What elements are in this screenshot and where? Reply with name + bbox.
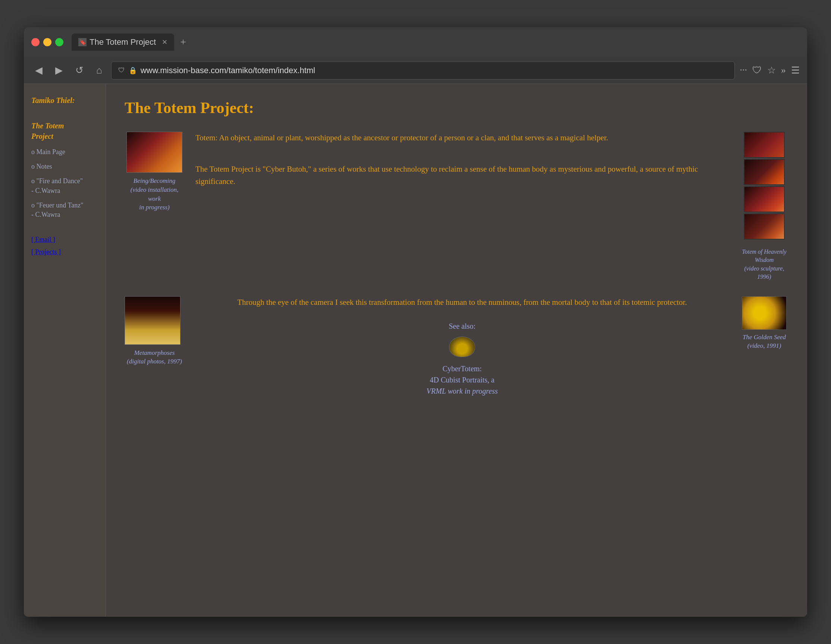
nav-bar: ◀ ▶ ↺ ⌂ 🛡 🔒 www.mission-base.com/tamiko/…: [24, 57, 807, 84]
url-text[interactable]: www.mission-base.com/tamiko/totem/index.…: [141, 66, 315, 75]
nav-extra-icons: ··· 🛡 ☆ » ☰: [740, 65, 800, 76]
metamorphoses-caption: Metamorphoses(digital photos, 1997): [124, 349, 184, 367]
bookmark-icon[interactable]: ☆: [767, 65, 776, 76]
bottom-section: Metamorphoses(digital photos, 1997) Thro…: [124, 296, 788, 397]
sidebar-item-main-page[interactable]: o Main Page: [31, 147, 98, 157]
fire-dance-link[interactable]: o "Fire and Dance" - C.Wawra: [31, 177, 83, 194]
sidebar-section-title: The TotemProject: [31, 121, 98, 142]
totem-frame-2: [744, 159, 785, 185]
sidebar-item-fire-dance[interactable]: o "Fire and Dance" - C.Wawra: [31, 177, 98, 195]
being-becoming-image[interactable]: [126, 132, 182, 173]
tab-close-button[interactable]: ✕: [162, 38, 167, 46]
sidebar-projects-link[interactable]: [ Projects ]: [31, 248, 98, 256]
maximize-button[interactable]: [55, 38, 64, 46]
active-tab[interactable]: 🔖 The Totem Project ✕: [72, 33, 174, 51]
notes-link[interactable]: o Notes: [31, 163, 52, 170]
sidebar-author: Tamiko Thiel:: [31, 95, 98, 105]
lock-icon: 🔒: [129, 66, 137, 75]
golden-seed-caption: The Golden Seed(video, 1991): [743, 333, 786, 351]
cyber-totem-icon[interactable]: [449, 336, 475, 357]
totem-frame-1: [744, 132, 785, 158]
sidebar-item-notes[interactable]: o Notes: [31, 162, 98, 171]
metamorphoses-image[interactable]: [124, 296, 180, 345]
main-page-link[interactable]: o Main Page: [31, 148, 65, 156]
home-button[interactable]: ⌂: [92, 62, 106, 78]
refresh-button[interactable]: ↺: [72, 62, 87, 78]
top-section: Being/Becoming(video installation, worki…: [124, 132, 788, 281]
traffic-lights: [31, 38, 64, 46]
bottom-center-section: Through the eye of the camera I seek thi…: [196, 296, 729, 397]
tab-title: The Totem Project: [89, 37, 156, 47]
totem-frame-4: [744, 214, 785, 239]
see-also-label: See also:: [449, 322, 476, 331]
sidebar: Tamiko Thiel: The TotemProject o Main Pa…: [24, 84, 106, 617]
pocket-icon[interactable]: 🛡: [752, 65, 762, 76]
page-title: The Totem Project:: [124, 99, 788, 117]
title-bar: 🔖 The Totem Project ✕ +: [24, 27, 807, 57]
back-button[interactable]: ◀: [31, 62, 46, 78]
totem-caption: Totem of Heavenly Wisdom(video sculpture…: [740, 248, 788, 281]
golden-seed-section: The Golden Seed(video, 1991): [740, 296, 788, 351]
new-tab-button[interactable]: +: [176, 33, 191, 51]
security-icon: 🛡: [118, 66, 125, 74]
being-becoming-caption: Being/Becoming(video installation, worki…: [124, 177, 184, 212]
metamorphoses-section: Metamorphoses(digital photos, 1997): [124, 296, 184, 367]
golden-seed-image[interactable]: [742, 296, 786, 330]
totem-frame-3: [744, 186, 785, 212]
feuer-tanz-link[interactable]: o "Feuer und Tanz" - C.Wawra: [31, 201, 84, 218]
definition-text: Totem: An object, animal or plant, worsh…: [196, 132, 729, 144]
description-text: The Totem Project is "Cyber Butoh," a se…: [196, 163, 729, 188]
more-options-icon[interactable]: ···: [740, 65, 747, 76]
being-becoming-section: Being/Becoming(video installation, worki…: [124, 132, 184, 281]
close-button[interactable]: [31, 38, 40, 46]
sidebar-item-feuer-tanz[interactable]: o "Feuer und Tanz" - C.Wawra: [31, 201, 98, 219]
top-text-section: Totem: An object, animal or plant, worsh…: [196, 132, 729, 281]
main-content: The Totem Project: Being/Becoming(video …: [106, 84, 807, 617]
transformation-text: Through the eye of the camera I seek thi…: [237, 296, 687, 309]
cyber-totem-link[interactable]: CyberTotem: 4D Cubist Portraits, a VRML …: [427, 363, 498, 397]
totem-strip: [744, 132, 785, 239]
content-area: Tamiko Thiel: The TotemProject o Main Pa…: [24, 84, 807, 617]
tab-bar: 🔖 The Totem Project ✕ +: [72, 33, 800, 51]
address-bar[interactable]: 🛡 🔒 www.mission-base.com/tamiko/totem/in…: [111, 62, 735, 80]
browser-window: 🔖 The Totem Project ✕ + ◀ ▶ ↺ ⌂ 🛡 🔒 www.…: [24, 27, 807, 617]
forward-button[interactable]: ▶: [51, 62, 66, 78]
right-column-filmstrip: Totem of Heavenly Wisdom(video sculpture…: [740, 132, 788, 281]
sidebar-email-link[interactable]: [ Email ]: [31, 236, 98, 244]
projects-link[interactable]: [ Projects ]: [31, 248, 61, 256]
minimize-button[interactable]: [43, 38, 51, 46]
email-link[interactable]: [ Email ]: [31, 236, 55, 243]
extensions-icon[interactable]: »: [781, 65, 786, 76]
tab-favicon: 🔖: [78, 38, 86, 46]
menu-icon[interactable]: ☰: [791, 65, 800, 76]
